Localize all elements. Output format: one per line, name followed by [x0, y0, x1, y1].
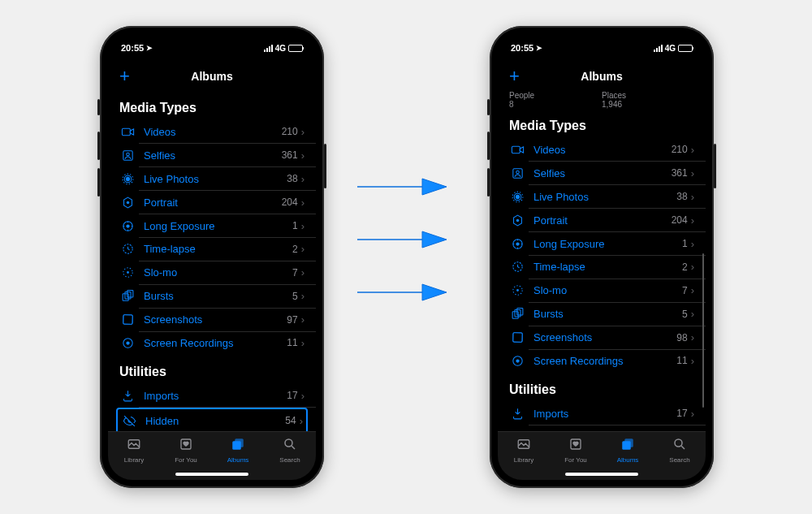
peek-places-label: Places	[602, 91, 694, 100]
portrait-icon	[509, 212, 525, 228]
chevron-right-icon: ›	[691, 214, 694, 227]
album-row-live[interactable]: Live Photos 38 ›	[108, 167, 316, 191]
svg-rect-37	[514, 310, 520, 317]
svg-point-47	[675, 439, 682, 447]
row-label: Screenshots	[533, 331, 676, 343]
tab-search[interactable]: Search	[264, 432, 316, 480]
album-row-hidden[interactable]: Hidden 54 ›	[119, 409, 304, 431]
screenshot-icon	[509, 330, 525, 346]
row-label: Portrait	[144, 197, 282, 209]
highlight-box: Hidden 54 ›	[116, 408, 308, 431]
album-row-portrait[interactable]: Portrait 204 ›	[498, 209, 706, 232]
row-label: Screen Recordings	[533, 355, 676, 367]
content-area[interactable]: Media Types Videos 210 › Selfies 361 › L…	[108, 91, 316, 431]
album-row-burst[interactable]: Bursts 5 ›	[108, 284, 316, 308]
add-button[interactable]: +	[509, 66, 520, 87]
battery-icon	[288, 45, 303, 52]
burst-icon	[119, 288, 136, 305]
album-row-longexp[interactable]: Long Exposure 1 ›	[108, 214, 316, 238]
row-label: Time-lapse	[144, 243, 292, 255]
tab-library[interactable]: Library	[498, 432, 550, 480]
album-row-video[interactable]: Videos 210 ›	[108, 120, 316, 144]
row-label: Videos	[533, 144, 672, 156]
peek-row: People8 Places1,946	[498, 91, 706, 109]
home-indicator[interactable]	[565, 473, 638, 476]
foryou-icon	[178, 437, 194, 456]
timelapse-icon	[509, 259, 525, 275]
tab-label: Albums	[227, 456, 249, 464]
album-row-burst[interactable]: Bursts 5 ›	[498, 302, 706, 326]
row-count: 210	[672, 144, 688, 155]
tab-library[interactable]: Library	[108, 432, 160, 480]
row-count: 38	[676, 191, 687, 202]
row-label: Slo-mo	[533, 284, 682, 296]
section-utilities: Utilities	[108, 355, 316, 384]
add-button[interactable]: +	[119, 66, 130, 87]
tab-label: Library	[124, 456, 144, 464]
album-row-selfie[interactable]: Selfies 361 ›	[108, 144, 316, 167]
album-row-video[interactable]: Videos 210 ›	[498, 138, 706, 162]
album-row-live[interactable]: Live Photos 38 ›	[498, 185, 706, 209]
slomo-icon	[119, 265, 136, 281]
chevron-right-icon: ›	[301, 313, 304, 326]
row-label: Selfies	[533, 167, 672, 179]
album-row-import[interactable]: Imports 17 ›	[498, 402, 706, 425]
svg-point-8	[126, 224, 129, 227]
svg-point-3	[126, 177, 129, 180]
album-row-timelapse[interactable]: Time-lapse 2 ›	[498, 255, 706, 279]
tab-label: Search	[669, 456, 689, 464]
longexp-icon	[509, 235, 525, 252]
album-row-timelapse[interactable]: Time-lapse 2 ›	[108, 237, 316, 261]
tab-search[interactable]: Search	[654, 432, 706, 480]
row-count: 38	[287, 173, 297, 184]
svg-point-11	[127, 271, 129, 274]
album-row-slomo[interactable]: Slo-mo 7 ›	[498, 279, 706, 302]
chevron-right-icon: ›	[300, 415, 303, 427]
album-row-longexp[interactable]: Long Exposure 1 ›	[498, 232, 706, 256]
scroll-indicator[interactable]	[702, 253, 704, 408]
library-icon	[126, 437, 142, 456]
chevron-right-icon: ›	[691, 408, 694, 420]
signal-icon	[264, 45, 273, 52]
record-icon	[119, 335, 136, 351]
import-icon	[509, 405, 525, 421]
row-label: Imports	[533, 408, 676, 420]
row-label: Imports	[144, 390, 287, 402]
svg-point-26	[516, 171, 519, 174]
album-row-record[interactable]: Screen Recordings 11 ›	[108, 331, 316, 355]
row-label: Live Photos	[144, 173, 287, 185]
album-row-slomo[interactable]: Slo-mo 7 ›	[108, 261, 316, 284]
hidden-icon	[121, 412, 137, 429]
album-row-portrait[interactable]: Portrait 204 ›	[108, 191, 316, 214]
svg-rect-0	[122, 128, 130, 136]
album-row-screenshot[interactable]: Screenshots 98 ›	[498, 326, 706, 349]
tab-label: Library	[514, 456, 533, 464]
row-label: Hidden	[145, 415, 285, 427]
video-icon	[119, 123, 136, 140]
svg-rect-40	[512, 332, 522, 342]
row-count: 204	[282, 197, 298, 208]
status-time: 20:55	[511, 43, 533, 53]
tab-label: Albums	[617, 456, 639, 464]
album-row-selfie[interactable]: Selfies 361 ›	[498, 162, 706, 185]
network-label: 4G	[665, 44, 676, 53]
live-icon	[119, 171, 136, 187]
album-row-import[interactable]: Imports 17 ›	[108, 384, 316, 408]
screen-right: 20:55 ➤ 4G + Albums People8 Places1,946 …	[498, 34, 706, 480]
album-row-record[interactable]: Screen Recordings 11 ›	[498, 349, 706, 373]
foryou-icon	[568, 437, 584, 456]
peek-people-count: 8	[509, 100, 602, 109]
album-row-trash[interactable]: Recently Deleted 5 ›	[498, 425, 706, 431]
chevron-right-icon: ›	[301, 149, 304, 162]
tab-label: Search	[279, 456, 300, 464]
nav-bar: + Albums	[498, 62, 706, 91]
home-indicator[interactable]	[175, 473, 248, 476]
chevron-right-icon: ›	[691, 238, 694, 250]
content-area[interactable]: People8 Places1,946 Media Types Videos 2…	[498, 91, 706, 431]
video-icon	[509, 141, 525, 158]
longexp-icon	[119, 218, 136, 234]
section-utilities: Utilities	[498, 373, 706, 402]
row-label: Screen Recordings	[144, 337, 287, 349]
album-row-screenshot[interactable]: Screenshots 97 ›	[108, 308, 316, 331]
row-count: 54	[285, 415, 296, 426]
